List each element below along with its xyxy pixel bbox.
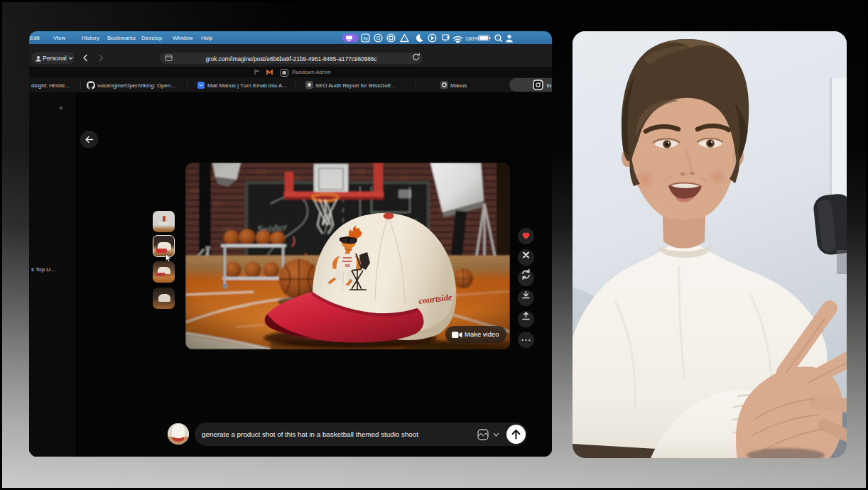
svg-text:100%: 100% — [465, 35, 479, 41]
svg-text:00: 00 — [345, 263, 350, 268]
svg-text:N: N — [364, 35, 368, 41]
svg-text:G: G — [376, 35, 381, 41]
